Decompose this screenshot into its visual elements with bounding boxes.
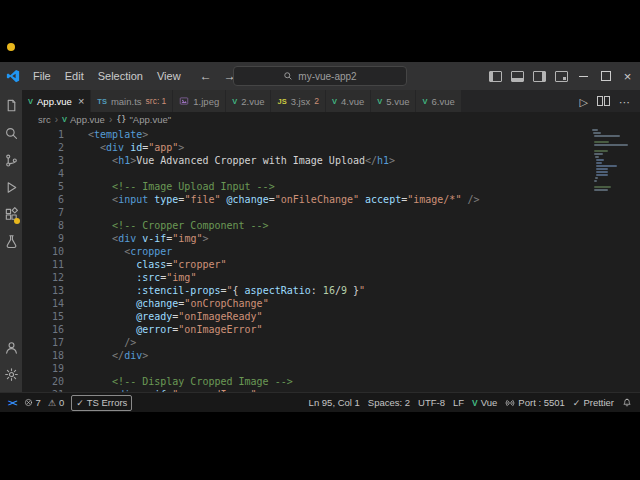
menu-file[interactable]: File xyxy=(26,68,58,84)
maximize-icon[interactable] xyxy=(599,69,612,83)
tab-2.vue[interactable]: V2.vue xyxy=(226,90,271,112)
minimap-line xyxy=(596,162,602,164)
close-tab-icon[interactable]: × xyxy=(78,96,84,107)
remote-icon: >< xyxy=(8,398,17,408)
minimize-icon[interactable] xyxy=(577,69,590,83)
line-number[interactable]: 1 xyxy=(22,128,64,141)
code-area[interactable]: <template> <div id="app"> <h1>Vue Advanc… xyxy=(78,126,640,392)
line-number[interactable]: 9 xyxy=(22,232,64,245)
line-number[interactable]: 19 xyxy=(22,362,64,375)
editor[interactable]: 123456789101112131415161718192021 <templ… xyxy=(22,126,640,392)
line-number[interactable]: 6 xyxy=(22,193,64,206)
explorer-icon[interactable] xyxy=(0,93,22,120)
minimap-line xyxy=(595,156,599,158)
menu-edit[interactable]: Edit xyxy=(58,68,91,84)
status-encoding[interactable]: UTF-8 xyxy=(418,397,445,408)
line-number[interactable]: 13 xyxy=(22,284,64,297)
tab-main.ts[interactable]: TSmain.tssrc: 1 xyxy=(91,90,173,112)
status-notifications[interactable] xyxy=(622,398,632,408)
status-formatter-label: Prettier xyxy=(583,397,614,408)
tab-badge: src: 1 xyxy=(146,96,167,106)
line-number[interactable]: 3 xyxy=(22,154,64,167)
typescript-file-icon: TS xyxy=(97,97,107,106)
line-number[interactable]: 5 xyxy=(22,180,64,193)
status-errors-label: 7 xyxy=(36,397,41,408)
status-ts-errors[interactable]: ✓TS Errors xyxy=(71,395,132,411)
tab-app.vue[interactable]: VApp.vue× xyxy=(22,90,91,112)
command-center-search[interactable]: my-vue-app2 xyxy=(233,66,407,86)
run-debug-icon[interactable] xyxy=(0,174,22,201)
source-control-icon[interactable] xyxy=(0,147,22,174)
split-editor-icon[interactable] xyxy=(597,96,610,106)
extensions-icon[interactable] xyxy=(0,201,22,228)
breadcrumb-separator-icon: › xyxy=(55,114,58,125)
breadcrumb-item[interactable]: src xyxy=(38,114,51,125)
menu-view[interactable]: View xyxy=(150,68,188,84)
gutter: 123456789101112131415161718192021 xyxy=(22,126,78,392)
status-cursor-position[interactable]: Ln 95, Col 1 xyxy=(309,397,360,408)
line-number[interactable]: 4 xyxy=(22,167,64,180)
code-line: </div> xyxy=(88,349,640,362)
breadcrumb: src›VApp.vue›{}"App.vue" xyxy=(22,112,640,126)
status-warnings[interactable]: ⚠0 xyxy=(48,397,64,408)
line-number[interactable]: 17 xyxy=(22,336,64,349)
search-icon[interactable] xyxy=(0,120,22,147)
minimap-line xyxy=(594,135,620,137)
line-number[interactable]: 2 xyxy=(22,141,64,154)
status-bar: ><7⚠0✓TS Errors Ln 95, Col 1Spaces: 2UTF… xyxy=(0,392,640,412)
line-number[interactable]: 8 xyxy=(22,219,64,232)
code-line: class="cropper" xyxy=(88,258,640,271)
minimap-line xyxy=(593,132,601,134)
customize-layout-icon[interactable] xyxy=(555,69,568,83)
bell-icon xyxy=(622,398,632,408)
breadcrumb-item[interactable]: VApp.vue xyxy=(62,114,105,125)
layout-sidebar-right-icon[interactable] xyxy=(533,69,546,83)
breadcrumb-item[interactable]: {}"App.vue" xyxy=(116,114,171,125)
line-number[interactable]: 12 xyxy=(22,271,64,284)
testing-icon[interactable] xyxy=(0,228,22,255)
menu-selection[interactable]: Selection xyxy=(91,68,150,84)
line-number[interactable]: 15 xyxy=(22,310,64,323)
line-number[interactable]: 18 xyxy=(22,349,64,362)
vscode-window: FileEditSelectionView ← → my-vue-app2 × … xyxy=(0,62,640,412)
status-errors[interactable]: 7 xyxy=(24,397,41,408)
status-live-server-port[interactable]: Port : 5501 xyxy=(505,397,564,408)
minimap-line xyxy=(596,168,608,170)
minimap[interactable] xyxy=(592,129,634,192)
status-formatter[interactable]: ✓Prettier xyxy=(573,397,614,408)
status-language-mode[interactable]: VVue xyxy=(472,397,497,408)
line-number[interactable]: 14 xyxy=(22,297,64,310)
status-eol[interactable]: LF xyxy=(453,397,464,408)
title-bar: FileEditSelectionView ← → my-vue-app2 × xyxy=(0,62,640,90)
tab-5.vue[interactable]: V5.vue xyxy=(371,90,416,112)
line-number[interactable]: 11 xyxy=(22,258,64,271)
tab-1.jpeg[interactable]: 1.jpeg xyxy=(173,90,226,112)
line-number[interactable]: 7 xyxy=(22,206,64,219)
run-icon[interactable]: ▷ xyxy=(580,92,588,110)
status-indentation[interactable]: Spaces: 2 xyxy=(368,397,410,408)
tab-3.jsx[interactable]: JS3.jsx2 xyxy=(271,90,325,112)
minimap-line xyxy=(594,150,608,152)
line-number[interactable]: 16 xyxy=(22,323,64,336)
status-remote-indicator[interactable]: >< xyxy=(8,398,17,408)
layout-panel-icon[interactable] xyxy=(511,69,524,83)
vue-icon: V xyxy=(472,398,478,408)
layout-sidebar-left-icon[interactable] xyxy=(489,69,502,83)
line-number[interactable]: 10 xyxy=(22,245,64,258)
minimap-line xyxy=(592,183,634,185)
minimap-line xyxy=(595,177,598,179)
more-actions-icon[interactable]: ⋯ xyxy=(619,92,631,110)
status-warnings-label: 0 xyxy=(59,397,64,408)
account-icon[interactable] xyxy=(0,334,22,361)
line-number[interactable]: 20 xyxy=(22,375,64,388)
back-arrow-icon[interactable]: ← xyxy=(200,69,212,83)
minimap-line xyxy=(594,141,609,143)
tab-6.vue[interactable]: V6.vue xyxy=(416,90,461,112)
line-number[interactable]: 21 xyxy=(22,388,64,392)
code-line: @error="onImageError" xyxy=(88,323,640,336)
code-line: @ready="onImageReady" xyxy=(88,310,640,323)
close-icon[interactable]: × xyxy=(621,69,634,83)
settings-icon[interactable] xyxy=(0,361,22,388)
tab-4.vue[interactable]: V4.vue xyxy=(326,90,371,112)
tabs: VApp.vue×TSmain.tssrc: 11.jpegV2.vueJS3.… xyxy=(22,90,462,112)
